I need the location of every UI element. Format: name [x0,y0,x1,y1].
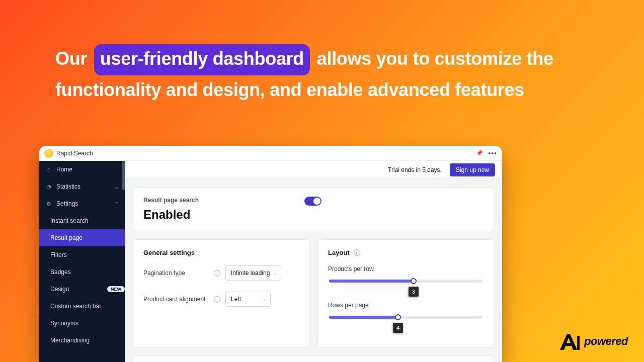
scrollbar-thumb[interactable] [122,161,125,190]
headline-pre: Our [55,48,92,69]
slider-value: 3 [409,287,419,297]
ai-powered-badge: powered [558,332,628,351]
sidebar-item-label: Statistics [56,183,111,190]
chevron-down-icon: ⌄ [273,270,277,276]
sidebar-item-label: Result page [50,234,125,241]
svg-rect-0 [577,336,580,350]
info-icon[interactable]: i [214,270,220,277]
select-value: Left [231,296,241,303]
app-logo-icon [44,149,53,158]
rows-per-page-label: Rows per page [328,302,484,309]
alignment-label: Product card alignment [143,296,209,303]
sidebar: ⌂ Home ◔ Statistics ⌄ ⚙ Settings ⌃ Insta… [39,161,125,362]
pagination-type-select[interactable]: Infinite loading ⌄ [225,265,281,281]
sidebar-sub-custom-search-bar[interactable]: Custom search bar [39,298,125,315]
product-fields-order-card: Product fields order i [133,355,494,362]
chevron-up-icon: ⌃ [115,201,119,207]
gear-icon: ⚙ [45,201,52,207]
sidebar-item-home[interactable]: ⌂ Home [39,161,125,178]
sidebar-item-label: Merchandising [50,337,125,344]
pin-icon[interactable]: 📌 [476,150,483,156]
sidebar-item-label: Instant search [50,217,125,224]
info-icon[interactable]: i [354,249,360,256]
ai-logo-icon [558,332,580,351]
chevron-down-icon: ⌄ [263,297,267,302]
enable-section-label: Result page search [143,197,284,204]
enable-card: Result page search Enabled [133,187,494,231]
products-per-row-slider[interactable]: 3 [329,280,482,283]
sidebar-item-label: Design [50,286,107,293]
slider-knob[interactable] [411,278,417,284]
general-settings-card: General settings Pagination type i Infin… [133,239,309,347]
sidebar-item-statistics[interactable]: ◔ Statistics ⌄ [39,178,125,195]
layout-title: Layout [328,249,350,256]
enable-toggle[interactable] [304,197,321,206]
sidebar-sub-synonyms[interactable]: Synonyms [39,315,125,332]
content-area: Trial ends in 5 days. Sign up now Result… [125,161,502,362]
sidebar-item-settings[interactable]: ⚙ Settings ⌃ [39,195,125,212]
sidebar-item-label: Home [56,166,119,173]
sidebar-sub-instant-search[interactable]: Instant search [39,212,125,229]
chart-icon: ◔ [45,184,52,190]
sidebar-sub-badges[interactable]: Badges [39,263,125,281]
rows-per-page-slider[interactable]: 4 [329,316,482,319]
ai-powered-text: powered [584,335,628,348]
slider-knob[interactable] [395,314,401,320]
layout-card: Layout i Products per row 3 Rows per pag… [317,239,494,347]
app-window: Rapid Search 📌 ••• ⌂ Home ◔ Statistics ⌄ [39,146,502,362]
sidebar-item-label: Synonyms [50,320,125,327]
top-bar: Trial ends in 5 days. Sign up now [125,161,502,179]
sidebar-sub-filters[interactable]: Filters [39,246,125,263]
new-badge: NEW [107,286,125,292]
marketing-headline: Our user-friendly dashboard allows you t… [55,44,591,104]
alignment-select[interactable]: Left ⌄ [225,292,271,307]
home-icon: ⌂ [45,166,52,172]
sidebar-item-label: Badges [50,268,125,276]
chevron-down-icon: ⌄ [115,184,119,190]
slider-value: 4 [393,323,403,333]
sidebar-sub-design[interactable]: Design NEW [39,281,125,298]
products-per-row-label: Products per row [328,265,484,273]
more-icon[interactable]: ••• [488,149,497,157]
info-icon[interactable]: i [214,296,220,303]
sidebar-sub-result-page[interactable]: Result page [39,229,125,246]
sidebar-item-label: Filters [50,251,125,258]
sidebar-sub-merchandising[interactable]: Merchandising [39,332,125,349]
select-value: Infinite loading [231,269,270,277]
pagination-type-label: Pagination type [143,269,209,277]
headline-highlight: user-friendly dashboard [94,44,310,75]
window-titlebar: Rapid Search 📌 ••• [39,146,502,161]
enable-state: Enabled [143,208,284,222]
app-title: Rapid Search [56,150,93,157]
general-settings-title: General settings [143,249,299,256]
trial-text: Trial ends in 5 days. [388,166,442,173]
sidebar-item-label: Settings [56,200,111,207]
sidebar-item-label: Custom search bar [50,303,125,310]
signup-button[interactable]: Sign up now [450,163,495,176]
